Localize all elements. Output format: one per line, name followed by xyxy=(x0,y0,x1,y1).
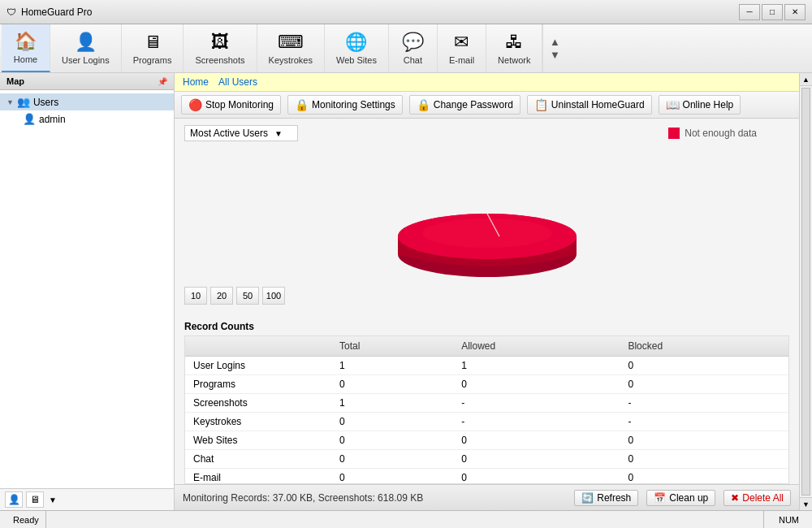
row-blocked: - xyxy=(620,413,788,431)
help-icon: 📖 xyxy=(666,98,680,111)
table-row: E-mail 0 0 0 xyxy=(185,469,788,485)
row-allowed: 0 xyxy=(453,431,620,450)
row-label: Chat xyxy=(185,450,331,469)
nav-email-label: E-mail xyxy=(449,55,474,65)
nav-screenshots[interactable]: 🖼 Screenshots xyxy=(184,24,257,72)
nav-keystrokes-label: Keystrokes xyxy=(269,55,313,65)
monitoring-settings-button[interactable]: 🔒 Monitoring Settings xyxy=(287,95,403,115)
refresh-button[interactable]: 🔄 Refresh xyxy=(574,490,638,506)
title-bar-left: 🛡 HomeGuard Pro xyxy=(6,6,92,18)
refresh-icon: 🔄 xyxy=(581,492,594,504)
online-help-button[interactable]: 📖 Online Help xyxy=(659,95,741,115)
breadcrumb-bar: Home All Users xyxy=(175,73,799,92)
table-row: User Logins 1 1 0 xyxy=(185,357,788,375)
page-btn-50[interactable]: 50 xyxy=(236,287,259,305)
nav-keystrokes[interactable]: ⌨ Keystrokes xyxy=(257,24,325,72)
delete-all-label: Delete All xyxy=(742,492,784,504)
table-row: Chat 0 0 0 xyxy=(185,450,788,469)
stop-monitoring-button[interactable]: 🔴 Stop Monitoring xyxy=(181,95,281,115)
nav-websites-label: Web Sites xyxy=(336,55,377,65)
svg-point-3 xyxy=(422,219,552,248)
close-button[interactable]: ✕ xyxy=(784,4,806,20)
ready-label: Ready xyxy=(13,515,39,525)
status-num: NUM xyxy=(772,511,806,528)
row-label: Keystrokes xyxy=(185,413,331,431)
nav-home[interactable]: 🏠 Home xyxy=(2,24,50,72)
home-icon: 🏠 xyxy=(15,31,37,52)
chart-dropdown[interactable]: Most Active Users ▼ xyxy=(184,125,298,141)
table-row: Screenshots 1 - - xyxy=(185,394,788,413)
sidebar: Map 📌 ▼ 👥 Users 👤 admin 👤 🖥 ▼ xyxy=(0,73,175,510)
change-password-label: Change Password xyxy=(434,99,513,110)
row-allowed: 1 xyxy=(453,357,620,375)
record-table: Total Allowed Blocked User Logins 1 1 0 … xyxy=(185,336,788,484)
nav-user-logins[interactable]: 👤 User Logins xyxy=(50,24,122,72)
uninstall-button[interactable]: 📋 Uninstall HomeGuard xyxy=(527,95,652,115)
sidebar-dropdown-btn[interactable]: ▼ xyxy=(49,496,57,504)
row-label: E-mail xyxy=(185,469,331,485)
chart-area: Most Active Users ▼ Not enough data xyxy=(175,119,799,318)
sidebar-bottom: 👤 🖥 ▼ xyxy=(0,488,174,510)
cleanup-button[interactable]: 📅 Clean up xyxy=(646,490,715,506)
nav-websites[interactable]: 🌐 Web Sites xyxy=(325,24,389,72)
row-total: 0 xyxy=(331,450,453,469)
scroll-thumb[interactable] xyxy=(801,88,810,496)
app-icon: 🛡 xyxy=(6,6,16,18)
sidebar-monitor-btn[interactable]: 🖥 xyxy=(26,491,44,508)
row-blocked: 0 xyxy=(620,469,788,485)
page-btn-100[interactable]: 100 xyxy=(262,287,285,305)
sidebar-tree: ▼ 👥 Users 👤 admin xyxy=(0,90,174,488)
delete-icon: ✖ xyxy=(731,492,739,504)
map-pin-icon[interactable]: 📌 xyxy=(158,77,167,86)
keystrokes-icon: ⌨ xyxy=(278,32,304,53)
col-header-blocked: Blocked xyxy=(620,336,788,357)
page-btn-10[interactable]: 10 xyxy=(184,287,207,305)
main-layout: Map 📌 ▼ 👥 Users 👤 admin 👤 🖥 ▼ Home All xyxy=(0,73,812,510)
legend-label: Not enough data xyxy=(685,128,757,139)
row-blocked: 0 xyxy=(620,450,788,469)
nav-chat-label: Chat xyxy=(404,55,422,65)
delete-all-button[interactable]: ✖ Delete All xyxy=(723,490,791,506)
sidebar-header: Map 📌 xyxy=(0,73,174,90)
nav-network[interactable]: 🖧 Network xyxy=(486,24,542,72)
scroll-down-arrow[interactable]: ▼ xyxy=(800,497,812,510)
online-help-label: Online Help xyxy=(683,99,734,110)
breadcrumb-all-users[interactable]: All Users xyxy=(218,76,257,88)
nav-down-icon[interactable]: ▼ xyxy=(546,49,563,62)
maximize-button[interactable]: □ xyxy=(762,4,783,20)
nav-up-icon[interactable]: ▲ xyxy=(546,36,563,49)
sidebar-item-users[interactable]: ▼ 👥 Users xyxy=(0,93,174,110)
row-label: Screenshots xyxy=(185,394,331,413)
table-row: Keystrokes 0 - - xyxy=(185,413,788,431)
change-password-button[interactable]: 🔒 Change Password xyxy=(409,95,520,115)
row-blocked: 0 xyxy=(620,431,788,450)
row-allowed: 0 xyxy=(453,450,620,469)
sidebar-user-btn[interactable]: 👤 xyxy=(5,491,23,508)
nav-bar: 🏠 Home 👤 User Logins 🖥 Programs 🖼 Screen… xyxy=(0,24,812,73)
chat-icon: 💬 xyxy=(402,32,424,53)
nav-network-label: Network xyxy=(498,55,530,65)
pie-chart-svg xyxy=(374,149,601,279)
nav-email[interactable]: ✉ E-mail xyxy=(438,24,486,72)
nav-chat[interactable]: 💬 Chat xyxy=(389,24,438,72)
minimize-button[interactable]: ─ xyxy=(739,4,760,20)
content-scrollbar[interactable]: ▲ ▼ xyxy=(799,73,812,510)
row-total: 0 xyxy=(331,375,453,394)
sidebar-map-label: Map xyxy=(6,76,24,86)
title-bar-controls: ─ □ ✕ xyxy=(739,4,806,20)
content-area: Home All Users 🔴 Stop Monitoring 🔒 Monit… xyxy=(175,73,799,510)
nav-programs[interactable]: 🖥 Programs xyxy=(122,24,184,72)
sidebar-item-admin[interactable]: 👤 admin xyxy=(0,110,174,128)
scroll-up-arrow[interactable]: ▲ xyxy=(800,73,812,86)
table-header-row: Total Allowed Blocked xyxy=(185,336,788,357)
record-table-container[interactable]: Total Allowed Blocked User Logins 1 1 0 … xyxy=(184,335,789,484)
page-btn-20[interactable]: 20 xyxy=(210,287,233,305)
breadcrumb-home[interactable]: Home xyxy=(183,76,209,88)
legend-color-swatch xyxy=(668,128,680,139)
chart-legend: Not enough data xyxy=(668,128,757,139)
row-total: 0 xyxy=(331,469,453,485)
dropdown-arrow-icon: ▼ xyxy=(274,129,283,138)
row-label: User Logins xyxy=(185,357,331,375)
col-header-allowed: Allowed xyxy=(453,336,620,357)
uninstall-label: Uninstall HomeGuard xyxy=(551,99,645,110)
